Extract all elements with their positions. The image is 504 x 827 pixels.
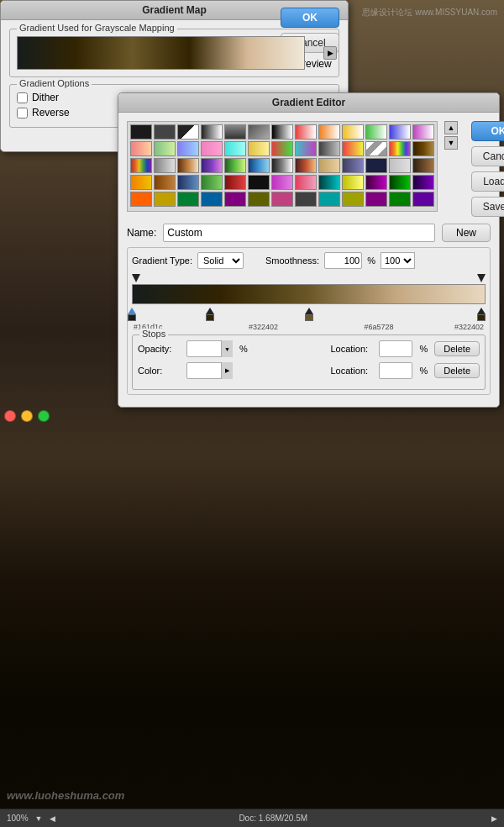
swatch-10[interactable]	[342, 124, 364, 140]
swatch-26[interactable]	[412, 141, 434, 156]
swatch-29[interactable]	[177, 158, 199, 173]
color-dropdown-arrow[interactable]: ▶	[221, 362, 233, 379]
swatch-39[interactable]	[412, 158, 434, 173]
swatch-7[interactable]	[271, 124, 293, 140]
color-stop-3[interactable]	[481, 308, 486, 321]
swatch-30[interactable]	[201, 158, 223, 173]
swatch-21[interactable]	[295, 141, 317, 156]
swatch-64[interactable]	[389, 192, 411, 207]
swatch-32[interactable]	[248, 158, 270, 173]
color-delete-button[interactable]: Delete	[434, 363, 480, 378]
swatch-49[interactable]	[342, 175, 364, 190]
swatch-38[interactable]	[389, 158, 411, 173]
opacity-location-input[interactable]	[379, 340, 412, 357]
swatch-35[interactable]	[318, 158, 340, 173]
bottom-nav-right[interactable]: ▶	[491, 814, 497, 823]
swatch-23[interactable]	[342, 141, 364, 156]
swatch-37[interactable]	[365, 158, 387, 173]
color-stop-2[interactable]	[309, 308, 313, 321]
swatch-63[interactable]	[365, 192, 387, 207]
opacity-stop-left[interactable]	[132, 274, 140, 282]
swatch-36[interactable]	[342, 158, 364, 173]
smoothness-input[interactable]	[324, 252, 362, 269]
swatch-65[interactable]	[412, 192, 434, 207]
swatch-28[interactable]	[154, 158, 176, 173]
swatch-46[interactable]	[271, 175, 293, 190]
swatch-15[interactable]	[154, 141, 176, 156]
swatch-13[interactable]	[412, 124, 434, 140]
scroll-up-button[interactable]: ▲	[444, 121, 458, 134]
swatch-40[interactable]	[130, 175, 152, 190]
bottom-nav-left[interactable]: ◀	[50, 814, 55, 823]
swatch-6[interactable]	[248, 124, 270, 140]
swatch-58[interactable]	[248, 192, 270, 207]
swatch-20[interactable]	[271, 141, 293, 156]
swatch-57[interactable]	[224, 192, 246, 207]
swatch-22[interactable]	[318, 141, 340, 156]
swatch-47[interactable]	[295, 175, 317, 190]
swatch-61[interactable]	[318, 192, 340, 207]
opacity-dropdown-arrow[interactable]: ▼	[221, 340, 233, 357]
swatch-55[interactable]	[177, 192, 199, 207]
swatch-62[interactable]	[342, 192, 364, 207]
reverse-checkbox[interactable]	[17, 108, 28, 119]
opacity-stop-right[interactable]	[477, 274, 486, 282]
swatch-60[interactable]	[295, 192, 317, 207]
gradient-preview-bar[interactable]	[17, 36, 305, 70]
color-stop-1[interactable]	[210, 308, 214, 321]
scroll-down-button[interactable]: ▼	[444, 136, 458, 150]
swatch-56[interactable]	[201, 192, 223, 207]
swatch-31[interactable]	[224, 158, 246, 173]
swatch-27[interactable]	[130, 158, 152, 173]
swatch-53[interactable]	[130, 192, 152, 207]
gradient-map-ok-button[interactable]: OK	[281, 8, 339, 28]
swatch-8[interactable]	[295, 124, 317, 140]
swatch-43[interactable]	[201, 175, 223, 190]
editor-save-button[interactable]: Save...	[471, 197, 504, 217]
smoothness-dropdown[interactable]: 100	[381, 252, 415, 269]
color-stop-0[interactable]	[132, 308, 136, 321]
close-button[interactable]	[4, 410, 16, 422]
color-location-input[interactable]	[379, 362, 412, 379]
gradient-color-bar[interactable]	[132, 284, 486, 304]
zoom-dropdown-icon[interactable]: ▼	[35, 814, 43, 823]
name-input[interactable]	[163, 224, 435, 242]
gradient-arrow-button[interactable]: ▶	[323, 46, 337, 60]
new-button[interactable]: New	[442, 224, 491, 242]
swatch-42[interactable]	[177, 175, 199, 190]
swatch-48[interactable]	[318, 175, 340, 190]
swatch-11[interactable]	[365, 124, 387, 140]
swatch-18[interactable]	[224, 141, 246, 156]
swatch-4[interactable]	[201, 124, 223, 140]
editor-load-button[interactable]: Load...	[471, 171, 504, 192]
swatch-50[interactable]	[365, 175, 387, 190]
editor-ok-button[interactable]: OK	[471, 121, 504, 141]
editor-cancel-button[interactable]: Cancel	[471, 146, 504, 166]
swatch-2[interactable]	[154, 124, 176, 140]
swatch-12[interactable]	[389, 124, 411, 140]
swatch-52[interactable]	[412, 175, 434, 190]
gradient-type-select[interactable]: Solid Noise	[197, 252, 244, 269]
swatch-41[interactable]	[154, 175, 176, 190]
swatch-44[interactable]	[224, 175, 246, 190]
swatch-33[interactable]	[271, 158, 293, 173]
swatch-19[interactable]	[248, 141, 270, 156]
dither-checkbox[interactable]	[17, 92, 28, 103]
swatch-25[interactable]	[389, 141, 411, 156]
swatch-3[interactable]	[177, 124, 199, 140]
maximize-button[interactable]	[38, 410, 50, 422]
swatch-5[interactable]	[224, 124, 246, 140]
opacity-delete-button[interactable]: Delete	[434, 341, 480, 356]
swatch-17[interactable]	[201, 141, 223, 156]
swatch-1[interactable]	[130, 124, 152, 140]
swatch-59[interactable]	[271, 192, 293, 207]
swatch-34[interactable]	[295, 158, 317, 173]
swatch-51[interactable]	[389, 175, 411, 190]
swatch-54[interactable]	[154, 192, 176, 207]
swatch-14[interactable]	[130, 141, 152, 156]
swatch-45[interactable]	[248, 175, 270, 190]
swatch-24[interactable]	[365, 141, 387, 156]
swatch-9[interactable]	[318, 124, 340, 140]
minimize-button[interactable]	[21, 410, 33, 422]
swatch-16[interactable]	[177, 141, 199, 156]
